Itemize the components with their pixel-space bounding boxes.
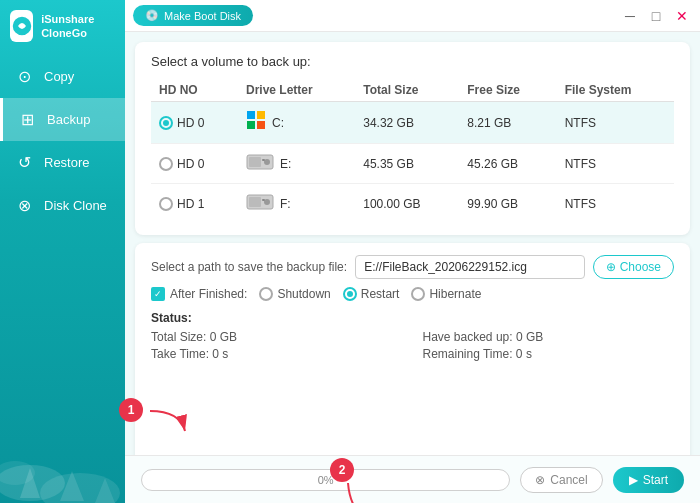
volume-radio-0[interactable]: HD 0	[159, 116, 230, 130]
play-icon: ▶	[629, 473, 638, 487]
col-free-size: Free Size	[459, 79, 556, 102]
make-boot-disk-button[interactable]: 💿 Make Boot Disk	[133, 5, 253, 26]
svg-rect-12	[249, 157, 261, 167]
disk-icon: 💿	[145, 9, 159, 22]
sidebar-nav: ⊙ Copy ⊞ Backup ↺ Restore ⊗ Disk Clone	[0, 55, 125, 227]
choose-button[interactable]: ⊕ Choose	[593, 255, 674, 279]
col-total-size: Total Size	[355, 79, 459, 102]
volume-panel: Select a volume to back up: HD NO Drive …	[135, 42, 690, 235]
plus-icon: ⊕	[606, 260, 616, 274]
sidebar-item-restore-label: Restore	[44, 155, 90, 170]
restart-radio[interactable]	[343, 287, 357, 301]
total-size-status: Total Size: 0 GB	[151, 330, 403, 344]
main-content: Select a volume to back up: HD NO Drive …	[125, 32, 700, 503]
path-label: Select a path to save the backup file:	[151, 260, 347, 274]
col-file-system: File System	[557, 79, 674, 102]
sidebar-item-copy-label: Copy	[44, 69, 74, 84]
take-time-status: Take Time: 0 s	[151, 347, 403, 361]
sidebar-item-copy[interactable]: ⊙ Copy	[0, 55, 125, 98]
hdd-icon	[246, 192, 274, 215]
backup-icon: ⊞	[17, 110, 37, 129]
hibernate-option[interactable]: Hibernate	[411, 287, 481, 301]
sidebar-item-disk-clone-label: Disk Clone	[44, 198, 107, 213]
volume-radio-2[interactable]: HD 1	[159, 197, 230, 211]
radio-dot	[159, 157, 173, 171]
after-finished-row: ✓ After Finished: Shutdown Restart Hiber…	[151, 287, 674, 301]
sidebar-item-restore[interactable]: ↺ Restore	[0, 141, 125, 184]
progress-bar-container: 0%	[141, 469, 510, 491]
annotation-2: 2	[330, 458, 354, 482]
volume-radio-1[interactable]: HD 0	[159, 157, 230, 171]
restart-option[interactable]: Restart	[343, 287, 400, 301]
volume-table: HD NO Drive Letter Total Size Free Size …	[151, 79, 674, 223]
svg-rect-16	[249, 197, 261, 207]
svg-rect-8	[257, 111, 265, 119]
svg-rect-10	[257, 121, 265, 129]
shutdown-radio[interactable]	[259, 287, 273, 301]
annotation-1: 1	[119, 398, 143, 422]
remaining-time-status: Remaining Time: 0 s	[423, 347, 675, 361]
sidebar-item-disk-clone[interactable]: ⊗ Disk Clone	[0, 184, 125, 227]
shutdown-option[interactable]: Shutdown	[259, 287, 330, 301]
restore-icon: ↺	[14, 153, 34, 172]
col-drive-letter: Drive Letter	[238, 79, 355, 102]
close-button[interactable]: ✕	[672, 6, 692, 26]
status-section: Status: Total Size: 0 GB Have backed up:…	[151, 311, 674, 361]
status-title: Status:	[151, 311, 674, 325]
table-row[interactable]: HD 0 E:45.35 GB45.26 GBNTFS	[151, 144, 674, 184]
svg-rect-9	[247, 121, 255, 129]
have-backed-status: Have backed up: 0 GB	[423, 330, 675, 344]
title-bar: 💿 Make Boot Disk ─ □ ✕	[125, 0, 700, 32]
sidebar-item-backup[interactable]: ⊞ Backup	[0, 98, 125, 141]
svg-rect-14	[262, 159, 265, 161]
footer: 0% ⊗ Cancel ▶ Start	[125, 455, 700, 503]
radio-dot	[159, 116, 173, 130]
logo-icon	[10, 10, 33, 42]
minimize-button[interactable]: ─	[620, 6, 640, 26]
col-hd-no: HD NO	[151, 79, 238, 102]
after-finished-checkbox[interactable]: ✓	[151, 287, 165, 301]
logo: iSunshare CloneGo	[0, 0, 125, 50]
table-row[interactable]: HD 0 C:34.32 GB8.21 GBNTFS	[151, 102, 674, 144]
start-button[interactable]: ▶ Start	[613, 467, 684, 493]
sidebar-item-backup-label: Backup	[47, 112, 90, 127]
volume-panel-title: Select a volume to back up:	[151, 54, 674, 69]
sidebar-clouds	[0, 383, 125, 503]
copy-icon: ⊙	[14, 67, 34, 86]
cancel-icon: ⊗	[535, 473, 545, 487]
after-finished-checkbox-label[interactable]: ✓ After Finished:	[151, 287, 247, 301]
hdd-icon	[246, 152, 274, 175]
logo-text: iSunshare CloneGo	[41, 12, 115, 41]
hibernate-radio[interactable]	[411, 287, 425, 301]
table-row[interactable]: HD 1 F:100.00 GB99.90 GBNTFS	[151, 184, 674, 224]
maximize-button[interactable]: □	[646, 6, 666, 26]
windows-icon	[246, 110, 266, 135]
disk-clone-icon: ⊗	[14, 196, 34, 215]
svg-rect-7	[247, 111, 255, 119]
cancel-button[interactable]: ⊗ Cancel	[520, 467, 602, 493]
app-container: iSunshare CloneGo ⊙ Copy ⊞ Backup ↺ Rest…	[0, 0, 700, 503]
sidebar: iSunshare CloneGo ⊙ Copy ⊞ Backup ↺ Rest…	[0, 0, 125, 503]
radio-dot	[159, 197, 173, 211]
status-grid: Total Size: 0 GB Have backed up: 0 GB Ta…	[151, 330, 674, 361]
path-row: Select a path to save the backup file: ⊕…	[151, 255, 674, 279]
svg-rect-18	[262, 199, 265, 201]
path-input[interactable]	[355, 255, 585, 279]
